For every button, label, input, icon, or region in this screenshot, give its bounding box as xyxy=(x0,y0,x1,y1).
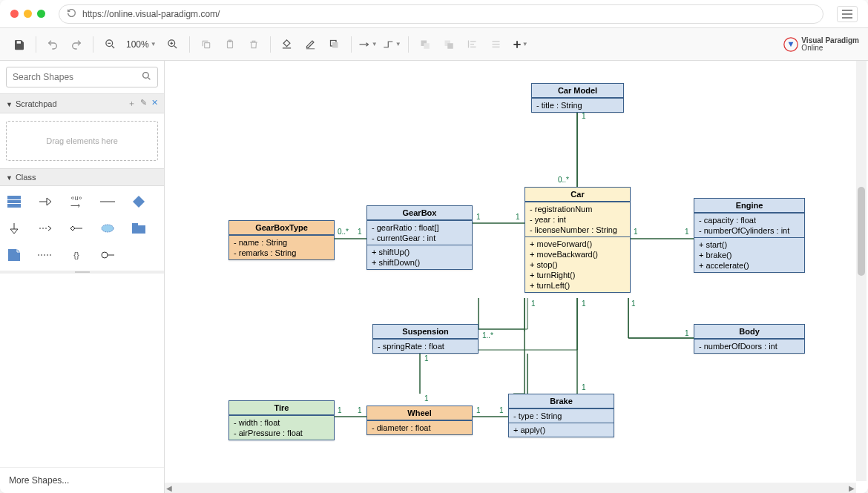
zoom-out-button[interactable] xyxy=(99,34,120,55)
delete-button[interactable] xyxy=(243,34,264,55)
to-front-button[interactable] xyxy=(415,34,435,55)
sidebar: ▼Scratchpad ＋ ✎ ✕ Drag elements here ▼Cl… xyxy=(0,61,165,493)
copy-button[interactable] xyxy=(196,34,217,55)
mult: 1 xyxy=(424,394,429,403)
zoom-value: 100% xyxy=(126,39,149,50)
class-tire[interactable]: Tire - width : float - airPressure : flo… xyxy=(228,400,335,440)
mult: 1 xyxy=(424,354,429,363)
shape-dependency[interactable] xyxy=(37,220,53,236)
more-shapes-label: More Shapes... xyxy=(9,475,69,486)
to-back-button[interactable] xyxy=(438,34,459,55)
shape-class[interactable] xyxy=(6,193,22,210)
op: + turnLeft() xyxy=(530,280,625,291)
mult: 0..* xyxy=(338,228,349,236)
zoom-in-button[interactable] xyxy=(162,34,183,55)
close-window-button[interactable] xyxy=(10,10,19,18)
class-suspension[interactable]: Suspension - springRate : float xyxy=(372,324,479,354)
scratchpad-dropzone[interactable]: Drag elements here xyxy=(6,121,158,161)
attr: - numberOfCylinders : int xyxy=(699,225,800,236)
attr: - currentGear : int xyxy=(372,233,467,243)
shape-anchor[interactable] xyxy=(37,247,53,263)
shape-collaboration[interactable] xyxy=(99,220,116,236)
mult: 1 xyxy=(582,112,586,120)
shape-usage[interactable]: «u»⟶ xyxy=(68,193,85,210)
vp-logo: Visual ParadigmOnline xyxy=(783,37,859,52)
logo-text-1: Visual Paradigm xyxy=(801,37,859,44)
svg-rect-8 xyxy=(332,42,338,48)
class-gearbox[interactable]: GearBox - gearRatio : float[] - currentG… xyxy=(366,205,473,270)
search-icon[interactable] xyxy=(142,71,151,83)
class-car[interactable]: Car - registrationNum - year : int - lic… xyxy=(525,187,631,293)
url-bar[interactable]: https://online.visual-paradigm.com/ xyxy=(59,4,823,24)
op: + shiftUp() xyxy=(372,247,467,257)
save-button[interactable] xyxy=(9,34,30,55)
class-panel-title: Class xyxy=(16,173,36,182)
vscroll-thumb[interactable] xyxy=(858,187,865,276)
scratchpad-title: Scratchpad xyxy=(16,99,57,108)
undo-button[interactable] xyxy=(42,34,63,55)
shape-interface[interactable] xyxy=(131,193,147,210)
edit-scratchpad-icon[interactable]: ✎ xyxy=(140,98,147,109)
mult: 1 xyxy=(685,228,689,236)
minimize-window-button[interactable] xyxy=(24,10,32,18)
class-engine[interactable]: Engine - capacity : float - numberOfCyli… xyxy=(694,198,805,273)
shape-aggregation[interactable] xyxy=(68,220,85,236)
paste-button[interactable] xyxy=(220,34,240,55)
scratchpad-drop-label: Drag elements here xyxy=(46,136,118,145)
search-input[interactable] xyxy=(13,72,142,82)
mult: 1 xyxy=(476,406,481,414)
class-car-model[interactable]: Car Model - title : String xyxy=(531,83,624,113)
class-title: Car Model xyxy=(532,84,623,98)
browser-menu-button[interactable] xyxy=(837,6,858,22)
add-scratchpad-icon[interactable]: ＋ xyxy=(128,98,136,109)
mult: 1 xyxy=(582,383,586,391)
more-shapes-link[interactable]: More Shapes... xyxy=(0,467,164,493)
op: + moveBackward() xyxy=(530,249,625,259)
attr: - title : String xyxy=(536,100,619,110)
maximize-window-button[interactable] xyxy=(37,10,45,18)
class-brake[interactable]: Brake - type : String + apply() xyxy=(508,394,614,437)
fill-color-button[interactable] xyxy=(277,34,297,55)
distribute-button[interactable] xyxy=(486,34,507,55)
redo-button[interactable] xyxy=(66,34,87,55)
class-wheel[interactable]: Wheel - diameter : float xyxy=(366,406,473,435)
shape-lollipop[interactable] xyxy=(99,247,116,263)
align-button[interactable] xyxy=(462,34,483,55)
shadow-button[interactable] xyxy=(324,34,345,55)
vertical-scrollbar[interactable] xyxy=(856,61,867,481)
hscroll-left[interactable]: ◀ xyxy=(165,483,174,492)
attr: - airPressure : float xyxy=(234,428,329,438)
url-text: https://online.visual-paradigm.com/ xyxy=(82,9,220,19)
connector-style-button[interactable]: ▼ xyxy=(358,34,378,55)
mult: 1 xyxy=(531,300,536,308)
close-scratchpad-icon[interactable]: ✕ xyxy=(151,98,158,109)
shape-association[interactable] xyxy=(99,193,116,210)
search-shapes[interactable] xyxy=(6,67,158,87)
window-controls xyxy=(10,10,45,18)
add-button[interactable]: ▼ xyxy=(510,34,530,55)
canvas[interactable]: Car Model - title : String Car - registr… xyxy=(165,61,868,493)
waypoint-style-button[interactable]: ▼ xyxy=(381,34,402,55)
shape-constraint[interactable]: {} xyxy=(68,247,85,263)
horizontal-scrollbar[interactable]: ◀▶ xyxy=(165,483,856,493)
attr: - springRate : float xyxy=(378,341,473,351)
class-panel-header[interactable]: ▼Class xyxy=(0,168,164,186)
class-body[interactable]: Body - numberOfDoors : int xyxy=(694,324,805,354)
mult: 1 xyxy=(516,213,520,221)
op: + accelerate() xyxy=(699,260,800,271)
class-gearboxtype[interactable]: GearBoxType - name : String - remarks : … xyxy=(228,220,335,260)
op: + turnRight() xyxy=(530,270,625,280)
shape-generalization[interactable] xyxy=(37,193,53,210)
shape-note[interactable] xyxy=(6,247,22,263)
shape-realization[interactable] xyxy=(6,220,22,236)
scratchpad-header[interactable]: ▼Scratchpad ＋ ✎ ✕ xyxy=(0,93,164,113)
svg-point-18 xyxy=(102,225,114,232)
app-toolbar: 100%▼ ▼ ▼ ▼ Visual ParadigmOnline xyxy=(0,28,868,61)
hscroll-right[interactable]: ▶ xyxy=(847,483,856,492)
line-color-button[interactable] xyxy=(300,34,321,55)
mult: 1 xyxy=(338,406,342,414)
attr: - width : float xyxy=(234,417,329,428)
zoom-dropdown[interactable]: 100%▼ xyxy=(123,39,160,50)
shape-package[interactable] xyxy=(131,220,147,236)
reload-icon[interactable] xyxy=(67,8,76,20)
